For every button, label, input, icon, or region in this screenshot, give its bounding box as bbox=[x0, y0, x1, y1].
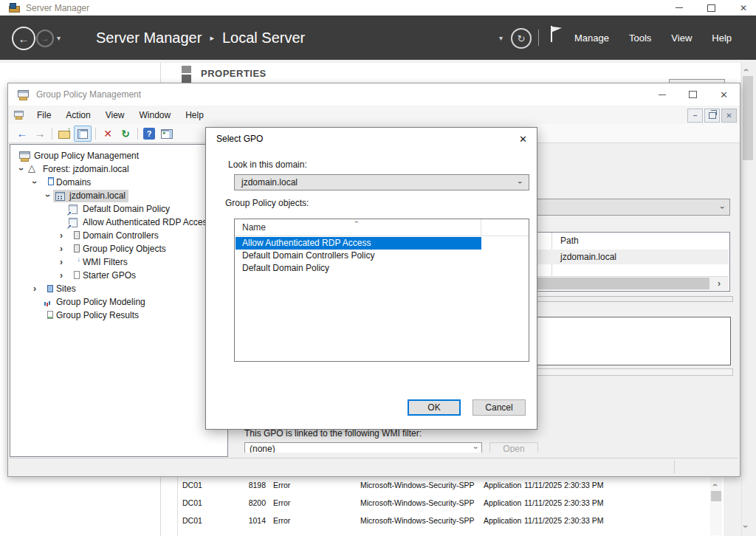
notifications-dropdown-icon[interactable]: ▾ bbox=[499, 34, 503, 42]
gpo-list-header[interactable]: Name › bbox=[235, 219, 529, 236]
gpm-menu-action[interactable]: Action bbox=[58, 110, 97, 120]
breadcrumb-root[interactable]: Server Manager bbox=[96, 30, 202, 47]
tree-item-jzdomain-local[interactable]: ›jzdomain.local bbox=[10, 189, 227, 202]
action-pane-icon[interactable] bbox=[159, 126, 175, 141]
name-column-header[interactable]: Name bbox=[242, 222, 266, 233]
child-close-icon[interactable]: ✕ bbox=[721, 109, 737, 123]
maximize-icon[interactable] bbox=[707, 4, 715, 12]
tree-item-default-domain-policy[interactable]: ›Default Domain Policy bbox=[10, 202, 227, 216]
scroll-down-icon[interactable]: › bbox=[740, 525, 751, 528]
event-cell-datetime: 11/11/2025 2:30:33 PM bbox=[524, 481, 604, 489]
tree-item-group-policy-objects[interactable]: ›Group Policy Objects bbox=[10, 242, 227, 255]
gpo-list[interactable]: Name › Allow Authenticated RDP AccessDef… bbox=[234, 219, 529, 362]
gpm-minimize-icon[interactable] bbox=[659, 95, 666, 95]
gpo-list-item-default-domain-policy[interactable]: Default Domain Policy bbox=[236, 262, 528, 275]
gpo-list-item-default-domain-controllers-policy[interactable]: Default Domain Controllers Policy bbox=[236, 250, 528, 262]
tree-item-domain-controllers[interactable]: ›Domain Controllers bbox=[10, 229, 227, 242]
event-cell-log: Application bbox=[484, 498, 521, 507]
nav-menu-view[interactable]: View bbox=[671, 32, 692, 44]
ok-button[interactable]: OK bbox=[408, 399, 461, 416]
domain-icon bbox=[54, 190, 66, 202]
nav-menu-manage[interactable]: Manage bbox=[574, 32, 609, 44]
gpm-maximize-icon[interactable] bbox=[689, 91, 697, 98]
gpo-list-item-allow-authenticated-rdp-access[interactable]: Allow Authenticated RDP Access bbox=[236, 237, 481, 250]
gpm-menu-file[interactable]: File bbox=[30, 110, 58, 120]
chevron-down-icon: › bbox=[516, 181, 525, 184]
gpo-folder-icon bbox=[67, 230, 80, 241]
events-table: DC018198ErrorMicrosoft-Windows-Security-… bbox=[177, 477, 710, 530]
event-row[interactable]: DC018198ErrorMicrosoft-Windows-Security-… bbox=[177, 477, 710, 495]
show-console-tree-icon[interactable] bbox=[74, 126, 92, 142]
sort-ascending-icon: › bbox=[352, 221, 360, 223]
look-in-domain-label: Look in this domain: bbox=[228, 159, 307, 170]
forward-icon[interactable]: → bbox=[36, 30, 54, 47]
dialog-titlebar[interactable]: Select GPO bbox=[206, 128, 537, 150]
tree-item-wmi-filters[interactable]: ›WMI Filters bbox=[10, 255, 227, 269]
collapse-icon[interactable]: › bbox=[30, 177, 39, 188]
expand-icon[interactable]: › bbox=[30, 284, 40, 293]
back-icon[interactable]: ← bbox=[14, 126, 30, 141]
tree-item-group-policy-management[interactable]: ›Group Policy Management bbox=[10, 149, 227, 162]
tree-item-allow-authenticated-rdp-access[interactable]: ›Allow Authenticated RDP Access bbox=[10, 216, 227, 229]
gpm-child-window-controls: – ✕ bbox=[687, 109, 737, 123]
tree-item-starter-gpos[interactable]: ›Starter GPOs bbox=[10, 269, 227, 282]
forward-icon[interactable]: → bbox=[32, 126, 48, 141]
minimize-icon[interactable] bbox=[676, 7, 683, 8]
gpo-link-icon bbox=[67, 217, 80, 228]
collapse-icon[interactable]: › bbox=[17, 164, 26, 174]
events-scroll-up-icon[interactable]: › bbox=[709, 484, 720, 487]
open-button[interactable]: Open bbox=[489, 442, 538, 453]
open-button-label: Open bbox=[503, 444, 524, 453]
tree-item-label: Allow Authenticated RDP Access bbox=[83, 217, 212, 227]
child-restore-icon[interactable] bbox=[704, 109, 720, 123]
tree-item-group-policy-results[interactable]: ›Group Policy Results bbox=[10, 309, 227, 322]
delete-icon[interactable]: ✕ bbox=[100, 126, 116, 141]
event-cell-source: Microsoft-Windows-Security-SPP bbox=[360, 498, 475, 507]
nav-menu-tools[interactable]: Tools bbox=[629, 32, 651, 44]
gpm-menu-view[interactable]: View bbox=[98, 110, 132, 120]
back-icon[interactable]: ← bbox=[12, 27, 35, 50]
refresh-icon[interactable]: ↻ bbox=[117, 126, 134, 141]
toolbar-separator bbox=[95, 128, 96, 140]
tree-item-group-policy-modeling[interactable]: ›Group Policy Modeling bbox=[10, 295, 227, 309]
server-manager-nav: ManageToolsViewHelp bbox=[574, 16, 732, 60]
scroll-up-icon[interactable]: › bbox=[740, 69, 751, 72]
nav-menu-help[interactable]: Help bbox=[712, 32, 732, 44]
wmi-filter-combo[interactable]: (none) › bbox=[244, 442, 482, 453]
collapse-icon[interactable]: › bbox=[44, 190, 52, 201]
main-scrollbar-thumb[interactable] bbox=[743, 76, 753, 160]
tree-item-sites[interactable]: ›Sites bbox=[10, 282, 227, 295]
event-row[interactable]: DC018200ErrorMicrosoft-Windows-Security-… bbox=[177, 495, 710, 512]
cancel-button[interactable]: Cancel bbox=[472, 399, 526, 416]
path-cell-value: jzdomain.local bbox=[560, 252, 616, 262]
scroll-right-icon[interactable]: › bbox=[709, 277, 729, 289]
events-scrollbar-thumb[interactable] bbox=[711, 491, 721, 501]
notifications-flag-icon[interactable] bbox=[551, 26, 564, 42]
tree-item-label: Domain Controllers bbox=[83, 230, 159, 241]
tree-item-domains[interactable]: ›Domains bbox=[10, 176, 227, 189]
select-gpo-dialog: Select GPO ✕ Look in this domain: jzdoma… bbox=[205, 127, 537, 430]
gpm-menu-help[interactable]: Help bbox=[178, 110, 211, 120]
path-column-header[interactable]: Path bbox=[560, 236, 579, 246]
expand-icon[interactable]: › bbox=[56, 231, 66, 240]
help-icon[interactable]: ? bbox=[143, 128, 155, 140]
tree-item-forest-jzdomain-local[interactable]: ›Forest: jzdomain.local bbox=[10, 162, 227, 176]
sites-folder-icon bbox=[41, 284, 53, 295]
expand-icon[interactable]: › bbox=[56, 258, 66, 267]
gpm-close-icon[interactable]: ✕ bbox=[720, 90, 728, 100]
expand-icon[interactable]: › bbox=[56, 244, 66, 253]
tree-item-content: Default Domain Policy bbox=[66, 203, 173, 216]
dialog-close-icon[interactable]: ✕ bbox=[519, 134, 527, 145]
column-divider[interactable] bbox=[481, 219, 481, 236]
gpm-menu-window[interactable]: Window bbox=[132, 110, 179, 120]
gpm-titlebar[interactable]: Group Policy Management ✕ bbox=[8, 83, 740, 106]
event-row[interactable]: DC011014ErrorMicrosoft-Windows-Security-… bbox=[177, 512, 710, 530]
child-minimize-icon[interactable]: – bbox=[687, 109, 703, 123]
refresh-icon[interactable]: ↻ bbox=[511, 28, 532, 49]
domain-combo[interactable]: jzdomain.local › bbox=[234, 174, 529, 190]
tree-item-label: Group Policy Objects bbox=[83, 244, 166, 254]
nav-dropdown-icon[interactable]: ▾ bbox=[57, 34, 61, 42]
close-icon[interactable]: ✕ bbox=[740, 4, 747, 13]
expand-icon[interactable]: › bbox=[56, 271, 66, 280]
up-one-level-icon[interactable] bbox=[56, 126, 72, 141]
